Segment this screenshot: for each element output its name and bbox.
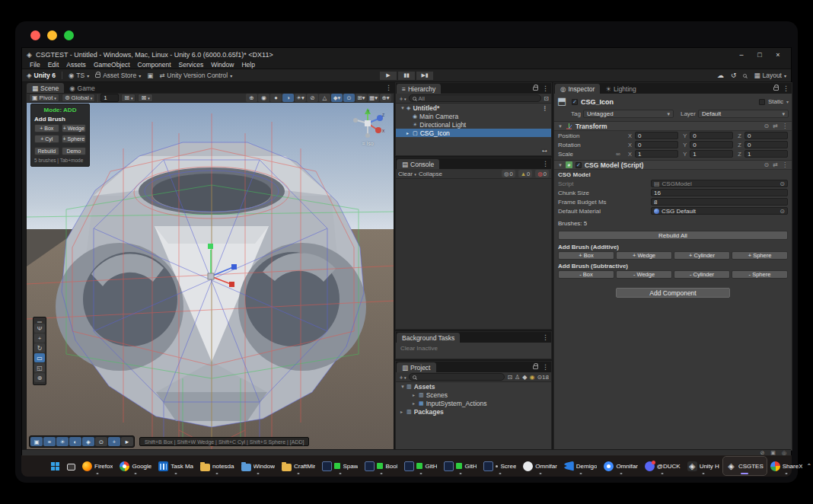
pivot-toggle[interactable]: ▣Pivot▾ xyxy=(29,94,59,102)
increment-snap-dropdown[interactable]: ⊠▾ xyxy=(138,94,152,102)
console-log-area[interactable] xyxy=(396,179,551,329)
image-overlay-icon[interactable]: ▣ xyxy=(30,437,43,446)
subtractive-cylinder-button[interactable]: - Cylinder xyxy=(674,270,730,279)
settings-overlay-icon[interactable]: ≡ xyxy=(43,437,56,446)
menu-file[interactable]: File xyxy=(27,61,43,69)
taskbar-app-google[interactable]: Google xyxy=(116,457,155,475)
subtractive-wedge-button[interactable]: - Wedge xyxy=(616,270,672,279)
warning-count-badge[interactable]: ▲0 xyxy=(518,170,533,177)
project-search-input[interactable] xyxy=(409,373,505,381)
lock-icon[interactable] xyxy=(773,87,779,91)
search-icon[interactable] xyxy=(743,74,747,78)
taskbar-app-spaw-terminal[interactable]: Spaw xyxy=(319,457,361,475)
object-picker-icon[interactable]: ⊙ xyxy=(780,208,785,215)
script-object-field[interactable]: ▤CSGModel⊙ xyxy=(651,180,788,187)
static-checkbox[interactable] xyxy=(759,99,765,105)
grid-snap-input[interactable]: 1 xyxy=(100,94,119,102)
paint-overlay-icon[interactable]: ◈ xyxy=(82,437,94,446)
audio-mute-icon[interactable]: ⊘ xyxy=(307,94,318,102)
account-dropdown[interactable]: ◉TS▾ xyxy=(69,72,89,79)
menu-help[interactable]: Help xyxy=(238,61,257,69)
tab-console[interactable]: ▤Console xyxy=(397,159,439,169)
default-material-field[interactable]: CSG Default⊙ xyxy=(651,207,788,215)
close-traffic-icon[interactable] xyxy=(30,30,40,40)
maximize-icon[interactable]: □ xyxy=(751,49,768,59)
hierarchy-row-csg-icon[interactable]: ▸▢CSG_Icon xyxy=(396,129,551,137)
rotation-y-field[interactable]: 0 xyxy=(690,141,733,148)
gizmos-dropdown-icon[interactable]: ⊕▾ xyxy=(380,94,391,102)
play-button[interactable]: ▶ xyxy=(379,71,397,81)
chunk-size-field[interactable]: 16 xyxy=(651,189,788,196)
add-box-button[interactable]: + Box xyxy=(34,124,59,132)
additive-sphere-button[interactable]: + Sphere xyxy=(732,251,788,260)
project-row-packages[interactable]: ▸▥Packages xyxy=(396,407,551,416)
menu-services[interactable]: Services xyxy=(176,61,207,69)
active-checkbox[interactable]: ✓ xyxy=(572,99,578,105)
taskbar-app-firefox[interactable]: Firefox xyxy=(79,457,116,475)
rebuild-all-button[interactable]: Rebuild All xyxy=(558,231,788,240)
presets-icon[interactable]: ⇄ xyxy=(773,123,778,129)
taskbar-app-screen-terminal[interactable]: Scree xyxy=(480,457,519,475)
clear-inactive-label[interactable]: Clear Inactive xyxy=(396,343,551,354)
skybox-toggle-icon[interactable]: ◑ xyxy=(282,94,294,102)
add-wedge-button[interactable]: + Wedge xyxy=(62,124,87,132)
menu-edit[interactable]: Edit xyxy=(45,61,62,69)
rotation-x-field[interactable]: 0 xyxy=(635,141,678,148)
taskbar-app-bool-terminal[interactable]: Bool xyxy=(362,457,400,475)
close-icon[interactable]: × xyxy=(770,49,786,59)
rect-tool-icon[interactable]: ▭ xyxy=(34,353,45,362)
rebuild-button[interactable]: Rebuild xyxy=(34,147,59,155)
start-button[interactable] xyxy=(47,457,63,475)
subtractive-box-button[interactable]: - Box xyxy=(558,270,614,279)
shade-overlay-icon[interactable]: ◐ xyxy=(69,437,81,446)
tab-background-tasks[interactable]: Background Tasks xyxy=(397,333,460,343)
csg-model-header[interactable]: ▼ # ✓ CSG Model (Script) ⊙⇄⋮ xyxy=(554,160,792,170)
link-scale-icon[interactable]: ∞ xyxy=(616,151,623,158)
kebab-icon[interactable]: ⋮ xyxy=(385,84,392,91)
demo-button[interactable]: Demo xyxy=(62,147,87,155)
taskbar-app-notes-folder[interactable]: notesda xyxy=(197,457,237,475)
send-overlay-icon[interactable]: ► xyxy=(121,437,133,446)
tab-inspector[interactable]: ◎Inspector xyxy=(555,84,600,94)
menu-gameobject[interactable]: GameObject xyxy=(91,61,133,69)
rotation-z-field[interactable]: 0 xyxy=(744,141,788,148)
taskbar-app-task-manager[interactable]: Task Ma xyxy=(155,457,196,475)
version-control-dropdown[interactable]: ⇄Unity Version Control▾ xyxy=(159,72,232,79)
taskbar-app-omnifar-1[interactable]: Omnifar xyxy=(520,457,560,475)
step-button[interactable]: ▶▮ xyxy=(416,71,434,81)
rotate-tool-icon[interactable]: ↻ xyxy=(34,343,45,352)
tab-scene[interactable]: ▦Scene xyxy=(27,83,64,93)
taskbar-app-unity-hub[interactable]: ◈Unity H xyxy=(684,457,722,475)
orientation-gizmo[interactable]: Y Z X ≡ Iso xyxy=(348,107,387,146)
scene-viewport[interactable]: Mode: ADD Add Brush + Box + Wedge + Cyl … xyxy=(26,103,394,451)
move-overlay-icon[interactable]: + xyxy=(108,437,120,446)
tab-project[interactable]: ▥Project xyxy=(397,362,436,372)
kebab-icon[interactable]: ⋮ xyxy=(783,85,789,92)
kebab-icon[interactable]: ⋮ xyxy=(542,85,549,92)
tray-expand-icon[interactable]: ⌃ xyxy=(806,463,811,470)
transform-tool-icon[interactable]: ⊕ xyxy=(34,373,45,382)
lighting-toggle-icon[interactable]: ● xyxy=(270,94,282,102)
hierarchy-row-scene[interactable]: ▼◈Untitled* ⋮ xyxy=(396,104,551,112)
cloud-icon[interactable]: ☁ xyxy=(717,72,724,79)
component-dropdown-icon[interactable]: ▦▾ xyxy=(368,94,379,102)
project-row-scenes[interactable]: ▸▥Scenes xyxy=(396,391,551,399)
position-y-field[interactable]: 0 xyxy=(690,132,733,139)
scale-z-field[interactable]: 1 xyxy=(744,150,788,158)
info-filter-icon[interactable]: ◉ xyxy=(529,374,534,381)
subtractive-sphere-button[interactable]: - Sphere xyxy=(732,270,788,279)
create-add-button[interactable]: ＋▾ xyxy=(398,94,406,103)
kebab-icon[interactable]: ⋮ xyxy=(782,161,788,168)
taskbar-app-github-terminal-2[interactable]: GitH xyxy=(441,457,480,475)
hierarchy-row-main-camera[interactable]: ◉Main Camera xyxy=(396,112,551,120)
move-tool-icon[interactable]: + xyxy=(34,333,45,343)
visibility-count[interactable]: ⊙18 xyxy=(537,374,549,381)
add-component-button[interactable]: Add Component xyxy=(616,288,730,298)
zoom-overlay-icon[interactable]: ⊙ xyxy=(95,437,107,446)
taskbar-app-omnifar-2[interactable]: Omnifar xyxy=(601,457,640,475)
additive-box-button[interactable]: + Box xyxy=(558,251,614,260)
static-dropdown-icon[interactable]: ▾ xyxy=(786,99,789,104)
hierarchy-search-input[interactable]: All xyxy=(409,94,542,102)
visibility-icon[interactable]: ⊙ xyxy=(343,94,355,102)
taskbar-app-craftmir-folder[interactable]: CraftMir xyxy=(279,457,318,475)
